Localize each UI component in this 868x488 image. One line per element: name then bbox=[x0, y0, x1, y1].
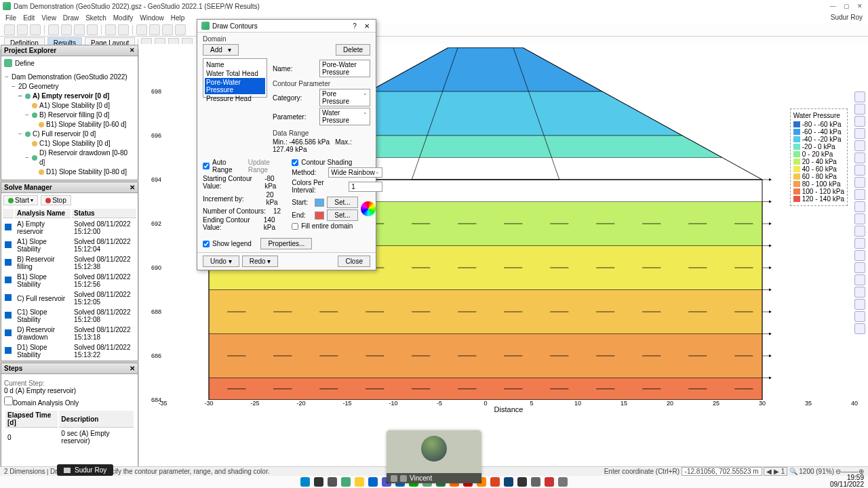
solve-row[interactable]: C1) Slope StabilitySolved 08/11/2022 15:… bbox=[3, 308, 136, 324]
list-item[interactable]: Pressure Head bbox=[205, 94, 265, 103]
tree-root[interactable]: −Dam Demonstration (GeoStudio 2022) bbox=[4, 73, 135, 82]
vtool-icon[interactable] bbox=[854, 214, 865, 224]
vtool-icon[interactable] bbox=[854, 104, 865, 115]
undo-icon[interactable] bbox=[105, 24, 116, 35]
vtool-icon[interactable] bbox=[854, 128, 865, 139]
vtool-icon[interactable] bbox=[854, 201, 865, 212]
vtool-icon[interactable] bbox=[854, 311, 865, 322]
participant-tile[interactable]: Vincent bbox=[387, 430, 481, 483]
app-icon[interactable] bbox=[517, 477, 527, 487]
menu-view[interactable]: View bbox=[41, 14, 56, 22]
tree-b[interactable]: −B) Reservoir filling [0 d] bbox=[24, 110, 135, 120]
system-clock[interactable]: 19:5909/11/2022 bbox=[830, 474, 864, 488]
vtool-icon[interactable] bbox=[854, 274, 865, 285]
undo-button[interactable]: Undo ▾ bbox=[203, 256, 239, 267]
solve-row[interactable]: C) Full reservoirSolved 08/11/2022 15:12… bbox=[3, 290, 136, 306]
vtool-icon[interactable] bbox=[854, 262, 865, 273]
tree-d1[interactable]: D1) Slope Stability [0-80 d] bbox=[31, 167, 135, 177]
search-icon[interactable] bbox=[314, 477, 323, 487]
help-button[interactable]: ? bbox=[350, 22, 359, 30]
dialog-close-button[interactable]: ✕ bbox=[362, 22, 372, 30]
properties-button[interactable]: Properties... bbox=[260, 238, 312, 249]
tool-icon[interactable] bbox=[175, 24, 186, 35]
vtool-icon[interactable] bbox=[854, 140, 865, 151]
vtool-icon[interactable] bbox=[854, 92, 865, 102]
set-end-button[interactable]: Set... bbox=[327, 209, 357, 221]
tree-d[interactable]: −D) Reservoir drawdown [0-80 d] bbox=[24, 148, 135, 167]
steam-icon[interactable] bbox=[504, 477, 513, 487]
vtool-icon[interactable] bbox=[854, 299, 865, 310]
vtool-icon[interactable] bbox=[854, 287, 865, 298]
vtool-icon[interactable] bbox=[854, 189, 865, 200]
tree-geometry[interactable]: −2D Geometry bbox=[11, 82, 135, 92]
update-range-button[interactable]: Update Range bbox=[248, 159, 285, 174]
app-icon[interactable] bbox=[545, 477, 554, 487]
tree-a1[interactable]: A1) Slope Stability [0 d] bbox=[24, 101, 135, 110]
zoom-icon[interactable]: 🔍 bbox=[789, 468, 797, 475]
tool-icon[interactable] bbox=[162, 24, 173, 35]
close-icon[interactable]: ✕ bbox=[130, 47, 135, 54]
vtool-icon[interactable] bbox=[854, 177, 865, 188]
start-icon[interactable] bbox=[300, 477, 310, 487]
tool-icon[interactable] bbox=[149, 24, 160, 35]
menu-draw[interactable]: Draw bbox=[63, 14, 79, 22]
solve-row[interactable]: D1) Slope StabilitySolved 08/11/2022 15:… bbox=[3, 343, 136, 359]
vtool-icon[interactable] bbox=[854, 116, 865, 127]
tree-a[interactable]: −A) Empty reservoir [0 d] bbox=[18, 92, 135, 101]
ppt-icon[interactable] bbox=[490, 477, 500, 487]
vtool-icon[interactable] bbox=[854, 250, 865, 261]
tree-c1[interactable]: C1) Slope Stability [0 d] bbox=[24, 139, 135, 148]
domain-list[interactable]: Name Water Total Head Pore-Water Pressur… bbox=[203, 58, 267, 98]
parameter-combo[interactable]: Water Pressure⌄ bbox=[319, 108, 370, 125]
menu-help[interactable]: Help bbox=[171, 14, 185, 22]
save-icon[interactable] bbox=[30, 24, 41, 35]
print-icon[interactable] bbox=[48, 24, 59, 35]
add-button[interactable]: Add▾ bbox=[203, 44, 239, 56]
menu-sketch[interactable]: Sketch bbox=[85, 14, 106, 22]
step-row[interactable]: 00 sec (A) Empty reservoir) bbox=[5, 429, 134, 445]
set-start-button[interactable]: Set... bbox=[327, 197, 357, 208]
close-icon[interactable]: ✕ bbox=[130, 365, 135, 372]
category-combo[interactable]: Pore Pressure⌄ bbox=[319, 89, 370, 106]
open-icon[interactable] bbox=[17, 24, 28, 35]
vtool-icon[interactable] bbox=[854, 323, 865, 334]
paste-icon[interactable] bbox=[87, 24, 98, 35]
solve-row[interactable]: A) Empty reservoirSolved 08/11/2022 15:1… bbox=[3, 220, 136, 236]
define-label[interactable]: Define bbox=[15, 60, 35, 67]
menu-edit[interactable]: Edit bbox=[23, 14, 35, 22]
menu-window[interactable]: Window bbox=[140, 14, 164, 22]
outlook-icon[interactable] bbox=[368, 477, 378, 487]
contour-legend[interactable]: Water Pressure -80 - -60 kPa-60 - -40 kP… bbox=[790, 108, 848, 206]
taskview-icon[interactable] bbox=[328, 477, 337, 487]
solve-row[interactable]: A1) Slope StabilitySolved 08/11/2022 15:… bbox=[3, 237, 136, 253]
colors-per-interval-input[interactable] bbox=[349, 182, 382, 192]
coord-value[interactable]: -12.81056, 702.55523 m bbox=[682, 467, 762, 476]
delete-button[interactable]: Delete bbox=[336, 44, 370, 56]
app-icon[interactable] bbox=[531, 477, 540, 487]
vtool-icon[interactable] bbox=[854, 238, 865, 249]
start-button[interactable]: Start▾ bbox=[3, 195, 38, 205]
app-icon[interactable] bbox=[558, 477, 568, 487]
stop-button[interactable]: Stop bbox=[41, 195, 71, 205]
colorwheel-icon[interactable] bbox=[361, 201, 376, 216]
solve-row[interactable]: B1) Slope StabilitySolved 08/11/2022 15:… bbox=[3, 272, 136, 289]
redo-button[interactable]: Redo ▾ bbox=[242, 256, 279, 267]
maximize-button[interactable]: ▢ bbox=[841, 1, 852, 11]
redo-icon[interactable] bbox=[118, 24, 129, 35]
fill-domain-checkbox[interactable] bbox=[292, 223, 298, 230]
close-icon[interactable]: ✕ bbox=[130, 184, 135, 191]
domain-only-checkbox[interactable] bbox=[4, 396, 13, 405]
auto-range-checkbox[interactable] bbox=[203, 163, 210, 169]
contour-shading-checkbox[interactable] bbox=[292, 159, 298, 166]
vtool-icon[interactable] bbox=[854, 152, 865, 163]
solve-row[interactable]: B) Reservoir fillingSolved 08/11/2022 15… bbox=[3, 255, 136, 271]
solve-row[interactable]: D) Reservoir drawdownSolved 08/11/2022 1… bbox=[3, 325, 136, 342]
copy-icon[interactable] bbox=[74, 24, 85, 35]
vtool-icon[interactable] bbox=[854, 165, 865, 176]
vtool-icon[interactable] bbox=[854, 226, 865, 237]
cut-icon[interactable] bbox=[61, 24, 72, 35]
close-dialog-button[interactable]: Close bbox=[338, 256, 370, 267]
show-legend-checkbox[interactable] bbox=[203, 241, 210, 247]
step-indicator[interactable]: ◀ ▶ 1 bbox=[764, 467, 787, 476]
explorer-icon[interactable] bbox=[355, 477, 364, 487]
